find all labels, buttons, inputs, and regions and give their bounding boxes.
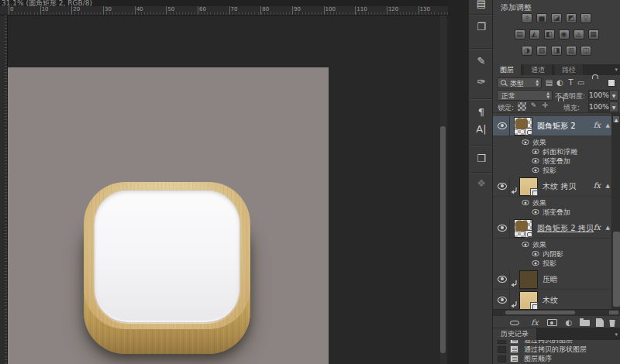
threshold-adjustment-icon[interactable]: ◨ [551,46,562,56]
visibility-eye-icon[interactable] [532,251,539,256]
lock-transparency-icon[interactable] [518,102,526,111]
layer-thumbnail[interactable] [519,270,538,289]
vertical-ruler[interactable] [0,15,8,364]
clone-source-icon[interactable]: ❐ [474,20,489,34]
fill-value[interactable]: 100% [588,101,608,112]
layer-mask-icon[interactable] [546,318,558,328]
layer-row[interactable]: 投影 [493,259,611,267]
fx-collapse-icon[interactable]: ▲ [606,225,610,231]
scrollbar-thumb[interactable] [613,232,620,307]
layer-row[interactable]: 渐变叠加 [493,156,611,165]
layer-thumbnail[interactable] [514,117,532,136]
visibility-eye-icon[interactable] [522,139,529,145]
lock-all-icon[interactable] [553,100,561,108]
photo-filter-adjustment-icon[interactable]: ◉ [559,29,570,39]
effect-name[interactable]: 投影 [542,259,556,269]
character-icon[interactable]: A| [474,122,489,136]
horizontal-ruler[interactable]: 0102030405060708090100110120130 [0,6,448,15]
layer-thumbnail[interactable] [514,219,532,238]
levels-adjustment-icon[interactable]: ▅ [536,13,547,23]
tab-history[interactable]: 历史记录 [493,328,537,340]
visibility-eye-icon[interactable] [532,158,539,163]
layer-name[interactable]: 圆角矩形 2 [537,121,576,132]
wooden-app-icon-artwork[interactable] [84,182,250,354]
layer-row[interactable]: 内阴影 [493,249,611,258]
layer-row[interactable]: 效果 [493,240,611,249]
canvas-vertical-scrollbar[interactable] [439,15,446,364]
effect-name[interactable]: 渐变叠加 [542,208,570,218]
visibility-eye-icon[interactable] [522,200,529,205]
adjustment-layer-icon[interactable]: ◐ [563,318,575,328]
history-item[interactable]: 通过拷贝的形状图层 [493,345,620,355]
layer-name[interactable]: 木纹 拷贝 [542,181,576,192]
brightness-contrast-adjustment-icon[interactable]: ☼ [522,13,532,23]
channel-mixer-adjustment-icon[interactable]: ◬ [574,29,584,39]
visibility-eye-icon[interactable] [532,167,539,173]
paragraph-icon[interactable]: ¶ [474,105,489,119]
layer-row[interactable]: 效果 [493,138,611,146]
history-source-checkbox[interactable] [498,355,506,362]
pasteboard[interactable] [8,15,448,364]
history-item[interactable]: 图层顺序 [493,355,620,364]
layer-style-icon[interactable]: fx [529,318,541,328]
notes-icon[interactable]: ❖ [474,177,489,191]
lock-pixels-brush-icon[interactable]: ✎ [529,101,538,110]
visibility-eye-icon[interactable] [532,209,539,215]
document-canvas[interactable] [8,67,329,364]
exposure-adjustment-icon[interactable]: ◩ [566,13,577,23]
layer-name[interactable]: 压暗 [542,274,558,285]
layer-fx-label[interactable]: fx [594,223,601,232]
visibility-eye-icon[interactable] [498,276,507,283]
fx-collapse-icon[interactable]: ▲ [606,183,610,189]
layer-row[interactable]: 圆角矩形 2fx▲ [493,116,611,136]
history-source-checkbox[interactable] [498,346,506,353]
layer-name[interactable]: 木纹 [542,295,558,306]
hue-saturation-adjustment-icon[interactable]: ▤ [515,29,525,39]
color-lookup-adjustment-icon[interactable]: ▦ [588,29,599,39]
scrollbar-thumb[interactable] [505,311,575,314]
layer-name[interactable]: 圆角矩形 2 拷贝 [537,223,594,234]
tab-通道[interactable]: 通道 [524,64,553,75]
layer-row[interactable]: 效果 [493,198,611,207]
layer-row[interactable]: 木纹 拷贝fx▲ [493,177,611,197]
history-source-checkbox[interactable] [498,340,506,344]
visibility-eye-icon[interactable] [498,297,507,304]
fx-collapse-icon[interactable]: ▲ [606,122,610,129]
effect-name[interactable]: 投影 [542,166,556,176]
posterize-adjustment-icon[interactable]: ▨ [536,46,547,56]
visibility-eye-icon[interactable] [498,225,507,232]
brush-icon[interactable]: ✎ [474,54,489,68]
layer-row[interactable]: 投影 [493,166,611,174]
history-item[interactable]: 通过拷贝的图层 [493,340,620,345]
panel-menu-icon[interactable]: ▾ [615,331,618,338]
layer-row[interactable]: 斜面和浮雕 [493,147,611,156]
lock-position-icon[interactable]: ✛ [541,101,549,110]
scrollbar-thumb[interactable] [440,126,446,353]
tab-图层[interactable]: 图层 [493,64,522,75]
filter-shape-layers-icon[interactable]: ▭ [576,77,586,88]
new-layer-icon[interactable] [594,318,606,328]
swatches-icon[interactable]: ▤ [474,0,489,11]
layer-row[interactable]: 圆角矩形 2 拷贝fx▲ [493,218,611,239]
layer-thumbnail[interactable] [519,177,538,196]
filter-pixel-layers-icon[interactable]: ▤ [544,77,554,88]
new-group-icon[interactable] [578,318,591,328]
selective-color-adjustment-icon[interactable]: ◫ [580,46,591,56]
black-white-adjustment-icon[interactable]: ◧ [544,29,555,39]
brush-presets-icon[interactable]: ✑ [474,75,489,89]
visibility-eye-icon[interactable] [532,260,539,266]
invert-adjustment-icon[interactable]: ◑ [522,46,532,56]
curves-adjustment-icon[interactable]: ◪ [551,13,562,23]
opacity-dropdown-button[interactable]: ▼ [609,90,618,101]
opacity-value[interactable]: 100% [588,90,608,101]
filter-type-layers-icon[interactable]: T [566,77,576,88]
visibility-eye-icon[interactable] [498,122,507,129]
layer-fx-label[interactable]: fx [594,121,601,129]
3d-icon[interactable]: ❒ [474,152,489,166]
filter-switch-icon[interactable] [608,79,615,87]
visibility-eye-icon[interactable] [498,183,507,190]
layers-scrollbar[interactable]: ▲ [611,113,620,309]
visibility-eye-icon[interactable] [522,242,529,247]
filter-smart-objects-icon[interactable] [586,77,596,88]
visibility-eye-icon[interactable] [532,149,539,154]
